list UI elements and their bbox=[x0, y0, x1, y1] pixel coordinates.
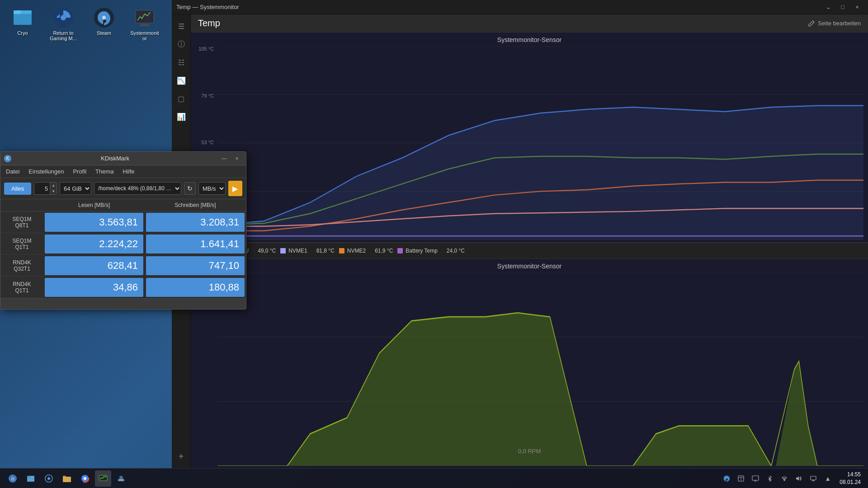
sidebar-grid-icon[interactable]: ☷ bbox=[173, 54, 189, 70]
taskbar-weather[interactable] bbox=[113, 470, 129, 487]
system-tray: ▲ bbox=[720, 472, 834, 485]
col-header-read: Lesen [MB/s] bbox=[43, 199, 145, 211]
chart1-svg bbox=[218, 46, 863, 240]
kdisk-toolbar: Alles ▲ ▼ 64 GiB /home/deck 48% (0,88/1,… bbox=[0, 178, 246, 199]
menu-datei[interactable]: Datei bbox=[4, 167, 21, 176]
svg-rect-7 bbox=[136, 10, 154, 23]
queue-depth-input[interactable] bbox=[34, 184, 50, 193]
legend-name-battery: Battery Temp bbox=[406, 248, 437, 254]
tray-steam-icon[interactable] bbox=[720, 472, 733, 485]
desktop-icon-steam[interactable]: Steam bbox=[86, 5, 122, 43]
sidebar-info-icon[interactable]: ⓘ bbox=[173, 36, 189, 52]
menu-hilfe[interactable]: Hilfe bbox=[121, 167, 137, 176]
start-button[interactable]: ⊙ bbox=[5, 470, 21, 487]
kdisk-table: Lesen [MB/s] Schreiben [MB/s] SEQ1MQ8T1 … bbox=[0, 199, 246, 298]
taskbar-discover[interactable] bbox=[41, 470, 57, 487]
row1-write-cell: 1.641,41 bbox=[146, 235, 245, 253]
return-label: Return toGaming M... bbox=[50, 30, 77, 41]
tray-monitor-icon[interactable] bbox=[749, 472, 762, 485]
menu-einstellungen[interactable]: Einstellungen bbox=[27, 167, 66, 176]
tray-bluetooth-icon[interactable] bbox=[764, 472, 776, 485]
sidebar-add-btn[interactable]: + bbox=[173, 448, 189, 465]
desktop-icons: Cryo Return toGaming M... Steam bbox=[5, 5, 163, 43]
svg-rect-33 bbox=[118, 479, 124, 481]
desktop-icon-sysmonitor[interactable]: Systemmonitor bbox=[127, 5, 163, 43]
row1-read-value: 2.224,22 bbox=[99, 238, 138, 250]
window-controls: ⌄ □ × bbox=[822, 2, 863, 12]
window-close-btn[interactable]: × bbox=[851, 2, 863, 12]
kdisk-controls: — × bbox=[219, 154, 242, 163]
clock-time: 14:55 bbox=[840, 471, 861, 479]
kdisk-close-btn[interactable]: × bbox=[231, 154, 242, 163]
tray-network-icon[interactable] bbox=[778, 472, 791, 485]
desktop-icon-cryo[interactable]: Cryo bbox=[5, 5, 41, 43]
sysmonitor-main: Temp Seite bearbeiten Systemmonitor-Sens… bbox=[191, 14, 868, 468]
svg-rect-8 bbox=[142, 23, 147, 25]
tray-expand-icon[interactable]: ▲ bbox=[821, 472, 834, 485]
cryo-icon bbox=[12, 7, 33, 28]
chart2-area bbox=[218, 272, 863, 466]
steam-icon bbox=[93, 7, 115, 28]
chart1-title: Systemmonitor-Sensor bbox=[497, 36, 561, 43]
window-minimize-btn[interactable]: ⌄ bbox=[822, 2, 835, 12]
col-header-0 bbox=[0, 199, 43, 211]
tray-volume-icon[interactable] bbox=[793, 472, 805, 485]
path-select[interactable]: /home/deck 48% (0,88/1,80 … bbox=[94, 182, 181, 195]
menu-thema[interactable]: Thema bbox=[94, 167, 115, 176]
sidebar-screen-icon[interactable]: ▢ bbox=[173, 90, 189, 107]
legend-value-nvme2: 81,8 °C bbox=[316, 248, 335, 254]
sidebar-hamburger-icon[interactable]: ☰ bbox=[173, 18, 189, 34]
legend-item-battery: 61,9 °C Battery Temp bbox=[375, 248, 438, 254]
spinner-down[interactable]: ▼ bbox=[50, 188, 57, 194]
chart2-title: Systemmonitor-Sensor bbox=[497, 263, 561, 270]
chart1-area bbox=[218, 46, 863, 240]
taskbar-right: ▲ 14:55 08.01.24 bbox=[720, 471, 863, 486]
charts-area: Systemmonitor-Sensor 0 °C 26 °C 53 °C 79… bbox=[191, 33, 868, 468]
tray-display-icon[interactable] bbox=[807, 472, 820, 485]
row2-read-value: 628,41 bbox=[108, 260, 138, 272]
kdisk-minimize-btn[interactable]: — bbox=[219, 154, 230, 163]
tray-clipboard-icon[interactable] bbox=[735, 472, 747, 485]
queue-spinner[interactable]: ▲ ▼ bbox=[34, 182, 57, 195]
sysmonitor-desktop-icon bbox=[134, 7, 156, 28]
sidebar-active-chart-icon[interactable]: 📊 bbox=[173, 108, 189, 125]
spinner-up[interactable]: ▲ bbox=[50, 183, 57, 188]
edit-page-btn[interactable]: Seite bearbeiten bbox=[808, 20, 861, 27]
menu-profil[interactable]: Profil bbox=[71, 167, 88, 176]
row3-read-cell: 34,86 bbox=[45, 278, 143, 297]
unit-select[interactable]: MB/s bbox=[198, 182, 226, 195]
row2-write-value: 747,10 bbox=[209, 260, 239, 272]
taskbar-sysmon[interactable] bbox=[95, 470, 111, 487]
kdisk-titlebar: K KDiskMark — × bbox=[0, 152, 246, 165]
rpm-label: 0,0 RPM bbox=[518, 448, 541, 455]
edit-label: Seite bearbeiten bbox=[818, 20, 861, 27]
clock-date: 08.01.24 bbox=[840, 479, 861, 486]
taskbar-chrome[interactable] bbox=[77, 470, 93, 487]
page-header: Temp Seite bearbeiten bbox=[191, 14, 868, 33]
taskbar-files[interactable] bbox=[23, 470, 39, 487]
sidebar-chart-icon[interactable]: 📉 bbox=[173, 72, 189, 89]
legend-item-nvme2: 81,8 °C NVME2 bbox=[316, 248, 366, 254]
run-button[interactable]: ▶ bbox=[228, 181, 242, 196]
legend-name-nvme2: NVME2 bbox=[347, 248, 366, 254]
cryo-label: Cryo bbox=[17, 30, 28, 36]
legend-value-battery: 61,9 °C bbox=[375, 248, 393, 254]
row3-write-cell: 180,88 bbox=[146, 278, 245, 297]
svg-rect-22 bbox=[27, 476, 30, 478]
window-maximize-btn[interactable]: □ bbox=[836, 2, 849, 12]
svg-point-4 bbox=[61, 15, 66, 20]
kdisk-menu: Datei Einstellungen Profil Thema Hilfe bbox=[0, 165, 246, 178]
row2-read-cell: 628,41 bbox=[45, 256, 143, 275]
size-select[interactable]: 64 GiB bbox=[60, 182, 91, 195]
legend-value-extra: 24,0 °C bbox=[447, 248, 465, 254]
svg-point-24 bbox=[47, 477, 50, 480]
row-label-2: RND4KQ32T1 bbox=[0, 255, 43, 277]
taskbar-folder[interactable] bbox=[59, 470, 75, 487]
desktop-icon-return[interactable]: Return toGaming M... bbox=[45, 5, 81, 43]
preset-button[interactable]: Alles bbox=[4, 183, 31, 195]
sysmonitor-titlebar: Temp — Systemmonitor ⌄ □ × bbox=[172, 0, 868, 14]
sysmonitor-window: Temp — Systemmonitor ⌄ □ × ☰ ⓘ ☷ 📉 ▢ 📊 +… bbox=[172, 0, 868, 468]
row-label-1: SEQ1MQ1T1 bbox=[0, 233, 43, 255]
kdisk-statusbar bbox=[0, 298, 246, 309]
refresh-button[interactable]: ↻ bbox=[184, 182, 196, 195]
